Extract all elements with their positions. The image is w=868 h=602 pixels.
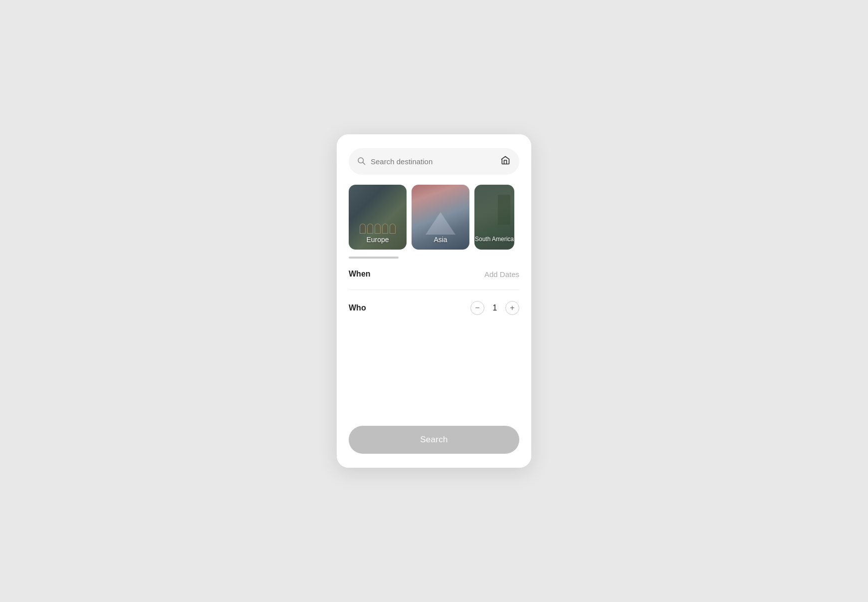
destination-card-asia[interactable]: Asia (412, 185, 469, 250)
south-america-decoration (498, 195, 510, 225)
guest-count: 1 (491, 303, 498, 312)
when-label: When (349, 270, 371, 279)
search-input[interactable] (371, 157, 494, 166)
south-america-label: South America (474, 236, 514, 244)
when-row: When Add Dates (349, 259, 519, 290)
guest-counter: − 1 + (470, 301, 519, 315)
bottom-panel: When Add Dates Who − 1 + Search (337, 259, 531, 468)
search-icon (357, 156, 366, 167)
increment-icon: + (510, 304, 514, 312)
destination-card-europe[interactable]: Europe (349, 185, 407, 250)
search-section (337, 134, 531, 185)
home-button[interactable] (499, 154, 511, 169)
add-dates-button[interactable]: Add Dates (484, 270, 519, 279)
who-row: Who − 1 + (349, 290, 519, 326)
increment-button[interactable]: + (505, 301, 519, 315)
europe-decoration (353, 224, 403, 234)
decrement-button[interactable]: − (470, 301, 484, 315)
search-bar (349, 148, 519, 175)
divider-section (337, 250, 531, 259)
europe-label: Europe (349, 236, 407, 244)
asia-decoration (412, 212, 469, 235)
search-button[interactable]: Search (349, 426, 519, 454)
destinations-row: Europe Asia South America (337, 185, 531, 250)
phone-card: Europe Asia South America When Add Dates… (337, 134, 531, 468)
svg-line-1 (363, 162, 365, 164)
content-spacer (349, 326, 519, 426)
asia-label: Asia (412, 236, 469, 244)
decrement-icon: − (475, 304, 479, 312)
who-label: Who (349, 303, 366, 312)
destination-card-south-america[interactable]: South America (474, 185, 514, 250)
